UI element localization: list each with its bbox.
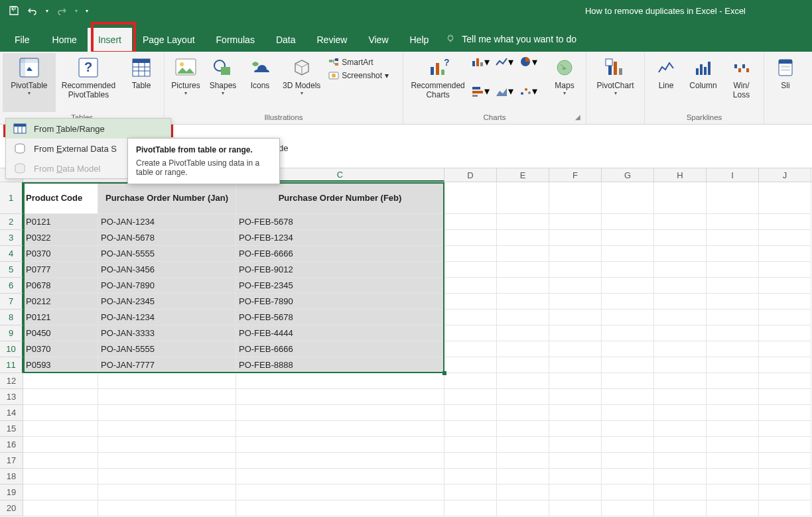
cell[interactable]: [602, 294, 654, 310]
pie-chart-icon[interactable]: ▾: [519, 54, 537, 69]
cell[interactable]: [759, 485, 811, 500]
cell[interactable]: [602, 485, 654, 500]
cell[interactable]: [759, 421, 811, 437]
spreadsheet-grid[interactable]: C D E F G H I J 1Product CodePurchase Or…: [0, 168, 812, 517]
cell[interactable]: [707, 246, 759, 262]
cell[interactable]: [654, 500, 707, 516]
shapes-button[interactable]: Shapes▾: [204, 53, 241, 112]
cell[interactable]: [654, 278, 707, 294]
cell[interactable]: [759, 500, 811, 516]
cell[interactable]: PO-JAN-2345: [98, 294, 236, 310]
cell[interactable]: [602, 373, 654, 389]
cell[interactable]: Purchase Order Number (Feb): [236, 182, 444, 214]
row-header[interactable]: 14: [0, 405, 23, 421]
cell[interactable]: [549, 278, 602, 294]
recommended-charts-button[interactable]: ? Recommended Charts: [406, 53, 470, 112]
cell[interactable]: [654, 453, 707, 469]
cell[interactable]: [23, 485, 98, 500]
row-header[interactable]: 1: [0, 182, 23, 214]
col-header-i[interactable]: I: [707, 168, 759, 182]
cell[interactable]: [654, 341, 707, 357]
cell[interactable]: P0212: [23, 294, 98, 310]
cell[interactable]: [98, 421, 236, 437]
cell[interactable]: [707, 357, 759, 373]
cell[interactable]: [707, 373, 759, 389]
cell[interactable]: [444, 421, 497, 437]
cell[interactable]: [707, 214, 759, 230]
cell[interactable]: [654, 389, 707, 405]
cell[interactable]: [549, 310, 602, 325]
cell[interactable]: [497, 421, 549, 437]
cell[interactable]: [549, 373, 602, 389]
cell[interactable]: [444, 405, 497, 421]
cell[interactable]: [759, 310, 811, 325]
cell[interactable]: [497, 437, 549, 453]
cell[interactable]: P0322: [23, 230, 98, 246]
pictures-button[interactable]: Pictures▾: [167, 53, 204, 112]
cell[interactable]: [602, 500, 654, 516]
cell[interactable]: [497, 341, 549, 357]
cell[interactable]: [23, 469, 98, 485]
cell[interactable]: [707, 278, 759, 294]
tab-data[interactable]: Data: [265, 28, 306, 52]
tab-help[interactable]: Help: [399, 28, 440, 52]
cell[interactable]: [707, 405, 759, 421]
cell[interactable]: [444, 469, 497, 485]
cell[interactable]: [98, 500, 236, 516]
tab-page-layout[interactable]: Page Layout: [132, 28, 206, 52]
charts-dialog-launcher-icon[interactable]: ◢: [575, 113, 584, 123]
screenshot-button[interactable]: Screenshot ▾: [324, 69, 393, 82]
cell[interactable]: [549, 485, 602, 500]
cell[interactable]: [444, 389, 497, 405]
cell[interactable]: [236, 437, 444, 453]
maps-button[interactable]: Maps▾: [546, 53, 583, 112]
cell[interactable]: [98, 437, 236, 453]
cell[interactable]: PO-FEB-9012: [236, 262, 444, 278]
table-button[interactable]: Table: [121, 53, 161, 112]
cell[interactable]: [497, 453, 549, 469]
cell[interactable]: [444, 325, 497, 341]
cell[interactable]: [707, 294, 759, 310]
cell[interactable]: [444, 437, 497, 453]
cell[interactable]: [707, 500, 759, 516]
cell[interactable]: PO-FEB-5678: [236, 214, 444, 230]
row-header[interactable]: 10: [0, 341, 23, 357]
cell[interactable]: [602, 214, 654, 230]
sparkline-column-button[interactable]: Column: [685, 53, 722, 112]
row-header[interactable]: 11: [0, 357, 23, 373]
cell[interactable]: [602, 182, 654, 214]
cell[interactable]: PO-JAN-5555: [98, 246, 236, 262]
row-header[interactable]: 16: [0, 437, 23, 453]
col-header-j[interactable]: J: [759, 168, 811, 182]
tab-review[interactable]: Review: [306, 28, 358, 52]
cell[interactable]: [497, 294, 549, 310]
cell[interactable]: [497, 500, 549, 516]
save-icon[interactable]: [5, 2, 23, 19]
cell[interactable]: [759, 262, 811, 278]
cell[interactable]: [98, 405, 236, 421]
cell[interactable]: [759, 357, 811, 373]
cell[interactable]: [236, 500, 444, 516]
row-header[interactable]: 17: [0, 453, 23, 469]
cell[interactable]: [759, 341, 811, 357]
cell[interactable]: [654, 421, 707, 437]
cell[interactable]: [654, 405, 707, 421]
cell[interactable]: [549, 500, 602, 516]
cell[interactable]: [497, 310, 549, 325]
cell[interactable]: [497, 230, 549, 246]
redo-icon[interactable]: [53, 2, 70, 19]
tab-home[interactable]: Home: [42, 28, 88, 52]
cell[interactable]: [23, 405, 98, 421]
row-header[interactable]: 3: [0, 230, 23, 246]
cell[interactable]: [98, 485, 236, 500]
cell[interactable]: [707, 230, 759, 246]
cell[interactable]: [654, 294, 707, 310]
cell[interactable]: [98, 373, 236, 389]
cell[interactable]: [654, 373, 707, 389]
cell[interactable]: [236, 389, 444, 405]
cell[interactable]: [707, 485, 759, 500]
cell[interactable]: [759, 453, 811, 469]
cell[interactable]: [497, 357, 549, 373]
col-header-f[interactable]: F: [549, 168, 602, 182]
cell[interactable]: [602, 357, 654, 373]
